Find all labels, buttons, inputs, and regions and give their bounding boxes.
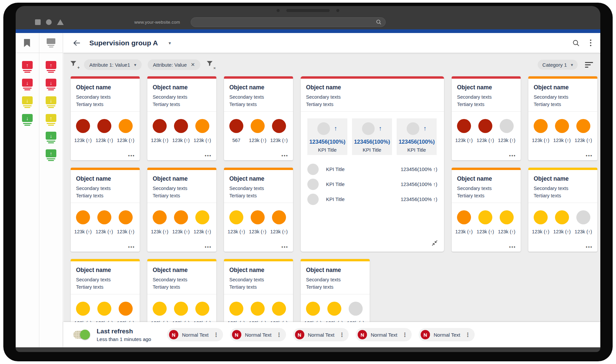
- kebab-icon[interactable]: ⋮: [402, 331, 408, 338]
- kpi-circles: [224, 203, 293, 224]
- filter-chip-attribute-1[interactable]: Attribute 1: Value1 ▾: [84, 59, 142, 70]
- sidebar-tab-bookmarks[interactable]: [16, 33, 39, 53]
- more-menu-icon[interactable]: •••: [586, 244, 593, 250]
- chevron-down-icon[interactable]: ▾: [134, 62, 136, 67]
- tertiary-text: Tertiary texts: [76, 283, 134, 291]
- status-stack-icon-red-up[interactable]: ↑: [45, 61, 57, 73]
- kpi-row[interactable]: KPI Title123456(100% ↑): [307, 192, 437, 207]
- more-menu-icon[interactable]: •••: [281, 244, 288, 250]
- status-stack-icon-red-down[interactable]: ↓: [21, 79, 33, 90]
- stack-bar: [24, 107, 30, 108]
- status-chip[interactable]: NNormal Text⋮: [167, 328, 223, 341]
- more-menu-icon[interactable]: •••: [128, 244, 135, 250]
- bookmark-icon: [24, 39, 31, 47]
- object-card[interactable]: Object name Secondary texts Tertiary tex…: [71, 76, 140, 160]
- stack-bar: [24, 125, 30, 126]
- object-card-expanded[interactable]: Object name Secondary texts Tertiary tex…: [301, 76, 444, 252]
- object-name: Object name: [457, 175, 515, 182]
- status-footer: Last refresh Less than 1 minutes ago NNo…: [63, 322, 600, 347]
- status-accent-bar: [71, 76, 140, 79]
- status-chip-label: Normal Text: [434, 332, 460, 338]
- object-card[interactable]: Object name Secondary texts Tertiary tex…: [528, 76, 597, 160]
- status-accent-bar: [528, 76, 597, 79]
- monitor-stack-icon: [47, 38, 55, 47]
- search-button[interactable]: [572, 39, 580, 47]
- kpi-value: 123k (↑): [97, 229, 111, 234]
- kpi-row[interactable]: KPI Title123456(100% ↑): [307, 177, 437, 192]
- kpi-title: KPI Title: [307, 147, 347, 153]
- status-chip[interactable]: NNormal Text⋮: [230, 328, 286, 341]
- chevron-down-icon[interactable]: ▾: [169, 40, 171, 46]
- filter-chip-label: Attribute 1: Value1: [89, 62, 130, 68]
- more-menu-icon[interactable]: •••: [509, 153, 516, 158]
- tertiary-text: Tertiary texts: [534, 101, 592, 108]
- status-stack-icon-yellow-up[interactable]: ↑: [45, 114, 57, 126]
- status-stack-icon-yellow-down[interactable]: ↓: [21, 96, 33, 108]
- status-stack-icon-green-down[interactable]: ↓: [21, 114, 33, 126]
- status-stack-icon-yellow-down[interactable]: ↓: [45, 96, 57, 108]
- kpi-tile[interactable]: ↑123456(100%)KPI Title: [397, 118, 437, 155]
- clear-filters-button[interactable]: ✕: [206, 60, 215, 69]
- back-button[interactable]: [73, 39, 81, 47]
- refresh-toggle[interactable]: [73, 331, 89, 339]
- kpi-circle-gold: [500, 210, 514, 224]
- kebab-icon[interactable]: ⋮: [339, 331, 345, 338]
- kebab-icon[interactable]: ⋮: [276, 331, 282, 338]
- secondary-text: Secondary texts: [153, 93, 211, 101]
- kpi-circles: [528, 112, 597, 133]
- overflow-menu-button[interactable]: [590, 39, 592, 47]
- category-dropdown[interactable]: Category 1 ▾: [538, 60, 578, 70]
- status-stack-icon-green-down[interactable]: ↓: [45, 132, 57, 143]
- object-card[interactable]: Object name Secondary texts Tertiary tex…: [224, 76, 293, 160]
- trend-up-icon: ↑: [423, 125, 427, 132]
- kpi-circle-gray: [500, 119, 514, 133]
- arrow-up-icon: ↑: [46, 61, 56, 69]
- arrow-down-icon: ↓: [46, 79, 56, 87]
- collapse-button[interactable]: [431, 240, 438, 248]
- sidebar-tab-monitors[interactable]: [39, 33, 63, 53]
- sort-button[interactable]: [585, 62, 593, 68]
- object-card[interactable]: Object name Secondary texts Tertiary tex…: [224, 168, 293, 252]
- more-menu-icon[interactable]: •••: [586, 153, 593, 158]
- kebab-icon[interactable]: ⋮: [465, 331, 471, 338]
- status-stack-icon-green-up[interactable]: ↑: [45, 149, 57, 161]
- more-menu-icon[interactable]: •••: [205, 153, 212, 158]
- kpi-value: 123k (↑): [76, 138, 90, 143]
- status-stack-icon-red-up[interactable]: ↑: [21, 61, 33, 73]
- more-menu-icon[interactable]: •••: [281, 153, 288, 158]
- kpi-tile[interactable]: ↑123456(100%)KPI Title: [307, 118, 347, 155]
- status-chip[interactable]: NNormal Text⋮: [356, 328, 412, 341]
- object-card[interactable]: Object name Secondary texts Tertiary tex…: [452, 168, 521, 252]
- kpi-circles: [71, 203, 140, 224]
- object-card[interactable]: Object name Secondary texts Tertiary tex…: [147, 76, 216, 160]
- kebab-icon[interactable]: ⋮: [213, 331, 219, 338]
- status-chip[interactable]: NNormal Text⋮: [419, 328, 475, 341]
- kpi-value: 123k (↑): [174, 229, 188, 234]
- object-name: Object name: [76, 84, 134, 91]
- status-accent-bar: [147, 259, 216, 261]
- more-menu-icon[interactable]: •••: [509, 244, 516, 250]
- object-card[interactable]: Object name Secondary texts Tertiary tex…: [452, 76, 521, 160]
- kpi-values: 567123k (↑)123k (↑): [224, 133, 293, 143]
- object-card[interactable]: Object name Secondary texts Tertiary tex…: [528, 168, 597, 252]
- more-menu-icon[interactable]: •••: [205, 244, 212, 250]
- kpi-circle-gold: [229, 210, 243, 224]
- tertiary-text: Tertiary texts: [76, 101, 134, 108]
- kpi-tile[interactable]: ↑123456(100%)KPI Title: [352, 118, 392, 155]
- browser-search-bar[interactable]: [191, 17, 386, 27]
- add-filter-button[interactable]: +: [70, 60, 79, 69]
- close-icon[interactable]: ✕: [191, 62, 195, 68]
- status-stack-icon-red-down[interactable]: ↓: [45, 79, 57, 90]
- more-menu-icon[interactable]: •••: [128, 153, 135, 158]
- object-card[interactable]: Object name Secondary texts Tertiary tex…: [147, 168, 216, 252]
- kpi-row[interactable]: KPI Title123456(100% ↑): [307, 162, 437, 177]
- kpi-value: 123k (↑): [457, 138, 471, 143]
- kpi-circle-darkred: [76, 119, 90, 133]
- status-chip[interactable]: NNormal Text⋮: [293, 328, 349, 341]
- kpi-circle-orange: [119, 119, 133, 133]
- object-card[interactable]: Object name Secondary texts Tertiary tex…: [71, 168, 140, 252]
- kpi-circle-darkred: [153, 119, 167, 133]
- object-name: Object name: [229, 84, 288, 91]
- category-label: Category 1: [542, 62, 567, 68]
- filter-chip-attribute-2[interactable]: Attribute: Value ✕: [148, 59, 200, 70]
